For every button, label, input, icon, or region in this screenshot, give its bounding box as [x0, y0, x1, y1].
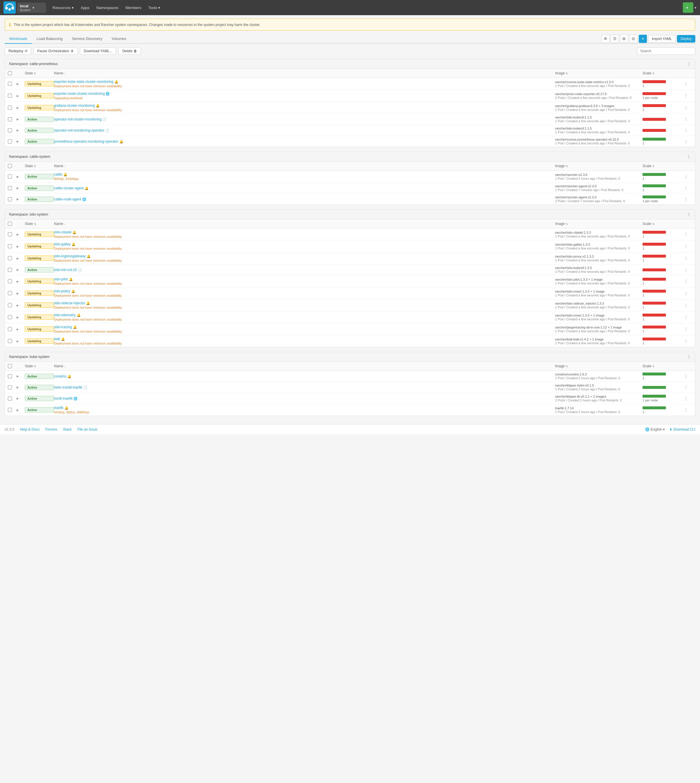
cluster-selector[interactable]: local System ▾: [17, 3, 46, 13]
view-icon-list[interactable]: ☰: [611, 35, 619, 43]
delete-button[interactable]: Delete 🗑: [118, 47, 141, 55]
ns-menu-icon[interactable]: ⋮: [687, 154, 691, 159]
row-more-btn-0-1[interactable]: ⋮: [683, 93, 692, 99]
tab-load-balancing[interactable]: Load Balancing: [32, 34, 67, 44]
image-col-header[interactable]: Image ⇅: [555, 71, 643, 75]
name-col-header[interactable]: Name ↓: [54, 164, 555, 168]
row-checkbox-2-7[interactable]: [8, 315, 12, 319]
expand-btn-0-5[interactable]: ▶: [17, 140, 25, 143]
workload-name-2-3[interactable]: istio-init-crd-10 📄: [54, 268, 555, 272]
workload-name-2-2[interactable]: istio-ingressgateway 🔔: [54, 254, 555, 258]
row-more-btn-0-2[interactable]: ⋮: [683, 105, 692, 110]
expand-btn-1-1[interactable]: ▶: [17, 186, 25, 190]
workload-name-3-1[interactable]: helm-install-traefik 📄: [54, 386, 555, 389]
row-checkbox-2-4[interactable]: [8, 279, 12, 283]
expand-btn-0-3[interactable]: ▶: [17, 118, 25, 121]
workload-name-2-0[interactable]: istio-citadel 🔔: [54, 230, 555, 234]
name-col-header[interactable]: Name ↓: [54, 364, 555, 368]
row-checkbox-2-8[interactable]: [8, 327, 12, 331]
logo[interactable]: [3, 2, 16, 14]
row-checkbox-2-3[interactable]: [8, 268, 12, 272]
workload-name-2-4[interactable]: istio-pilot 🔔: [54, 277, 555, 281]
workload-name-2-6[interactable]: istio-sidecar-injector 🔔: [54, 301, 555, 305]
row-more-btn-3-3[interactable]: ⋮: [683, 407, 692, 413]
expand-btn-0-2[interactable]: ▶: [17, 106, 25, 109]
expand-btn-3-1[interactable]: ▶: [17, 386, 25, 389]
footer-file-issue[interactable]: File an Issue: [77, 427, 97, 431]
nav-namespaces[interactable]: Namespaces: [93, 4, 121, 12]
select-all-checkbox[interactable]: [8, 364, 12, 368]
view-icon-rows[interactable]: ≡: [639, 35, 647, 43]
expand-btn-1-2[interactable]: ▶: [17, 197, 25, 201]
state-col-header[interactable]: State ⇅: [25, 71, 54, 75]
image-col-header[interactable]: Image ⇅: [555, 364, 643, 368]
workload-name-0-2[interactable]: grafana-cluster-monitoring 🔔: [54, 104, 555, 108]
expand-btn-2-3[interactable]: ▶: [17, 268, 25, 271]
ns-menu-icon[interactable]: ⋮: [687, 212, 691, 217]
row-more-btn-2-7[interactable]: ⋮: [683, 314, 692, 320]
row-checkbox-0-5[interactable]: [8, 139, 12, 144]
scale-col-header[interactable]: Scale ⇅: [643, 71, 683, 75]
row-more-btn-3-0[interactable]: ⋮: [683, 373, 692, 379]
image-col-header[interactable]: Image ⇅: [555, 164, 643, 168]
download-cli-link[interactable]: ⬇ Download CLI: [669, 427, 695, 431]
tab-service-discovery[interactable]: Service Discovery: [67, 34, 107, 44]
scale-col-header[interactable]: Scale ⇅: [643, 164, 683, 168]
workload-name-0-1[interactable]: exporter-node-cluster-monitoring 🌐: [54, 92, 555, 96]
expand-btn-2-5[interactable]: ▶: [17, 292, 25, 295]
expand-btn-2-0[interactable]: ▶: [17, 233, 25, 236]
row-more-btn-2-8[interactable]: ⋮: [683, 326, 692, 332]
footer-forums[interactable]: Forums: [45, 427, 57, 431]
row-more-btn-2-4[interactable]: ⋮: [683, 278, 692, 284]
expand-btn-1-0[interactable]: ▶: [17, 175, 25, 178]
import-yaml-button[interactable]: Import YAML: [648, 35, 676, 43]
row-more-btn-2-3[interactable]: ⋮: [683, 267, 692, 273]
workload-name-0-4[interactable]: operator-init-monitoring-operator 📄: [54, 129, 555, 132]
row-checkbox-3-0[interactable]: [8, 374, 12, 378]
workload-name-2-8[interactable]: istio-tracing 🔔: [54, 325, 555, 329]
state-col-header[interactable]: State ⇅: [25, 364, 54, 368]
workload-name-2-9[interactable]: kiali 🔔: [54, 337, 555, 341]
row-checkbox-2-6[interactable]: [8, 303, 12, 307]
row-more-btn-2-9[interactable]: ⋮: [683, 338, 692, 344]
name-col-header[interactable]: Name ↓: [54, 71, 555, 75]
workload-name-1-0[interactable]: cattle 🔔: [54, 172, 555, 177]
nav-members[interactable]: Members: [122, 4, 144, 12]
expand-btn-0-4[interactable]: ▶: [17, 129, 25, 132]
workload-name-1-1[interactable]: cattle-cluster-agent 🔔: [54, 186, 555, 190]
pause-orchestration-button[interactable]: Pause Orchestration ⏸: [33, 47, 78, 55]
row-more-btn-0-5[interactable]: ⋮: [683, 139, 692, 144]
search-input[interactable]: [637, 47, 695, 55]
row-more-btn-2-6[interactable]: ⋮: [683, 302, 692, 308]
expand-btn-2-6[interactable]: ▶: [17, 304, 25, 307]
language-selector[interactable]: 🌐 English ▾: [645, 427, 665, 431]
row-checkbox-2-1[interactable]: [8, 244, 12, 248]
expand-btn-0-0[interactable]: ▶: [17, 82, 25, 85]
row-more-btn-0-4[interactable]: ⋮: [683, 127, 692, 133]
row-more-btn-0-0[interactable]: ⋮: [683, 81, 692, 87]
image-col-header[interactable]: Image ⇅: [555, 222, 643, 226]
workload-name-3-2[interactable]: svclb-traefik 🌐: [54, 396, 555, 401]
expand-btn-2-9[interactable]: ▶: [17, 340, 25, 343]
footer-slack[interactable]: Slack: [63, 427, 72, 431]
nav-tools[interactable]: Tools ▾: [145, 4, 163, 12]
workload-name-3-0[interactable]: coredns 🔔: [54, 374, 555, 378]
workload-name-1-2[interactable]: cattle-node-agent 🌐: [54, 197, 555, 201]
row-checkbox-1-2[interactable]: [8, 197, 12, 201]
nav-apps[interactable]: Apps: [78, 4, 92, 12]
row-checkbox-2-9[interactable]: [8, 339, 12, 343]
expand-btn-0-1[interactable]: ▶: [17, 94, 25, 97]
workload-name-2-5[interactable]: istio-policy 🔔: [54, 289, 555, 293]
row-checkbox-3-3[interactable]: [8, 408, 12, 412]
tab-workloads[interactable]: Workloads: [5, 34, 32, 44]
row-checkbox-3-2[interactable]: [8, 396, 12, 401]
expand-btn-3-2[interactable]: ▶: [17, 397, 25, 400]
workload-name-2-7[interactable]: istio-telemetry 🔔: [54, 313, 555, 317]
row-more-btn-2-1[interactable]: ⋮: [683, 243, 692, 249]
footer-help[interactable]: Help & Docs: [20, 427, 40, 431]
row-checkbox-0-1[interactable]: [8, 93, 12, 98]
select-all-checkbox[interactable]: [8, 164, 12, 168]
row-checkbox-1-0[interactable]: [8, 174, 12, 179]
expand-btn-2-8[interactable]: ▶: [17, 327, 25, 331]
workload-name-2-1[interactable]: istio-galley 🔔: [54, 242, 555, 246]
